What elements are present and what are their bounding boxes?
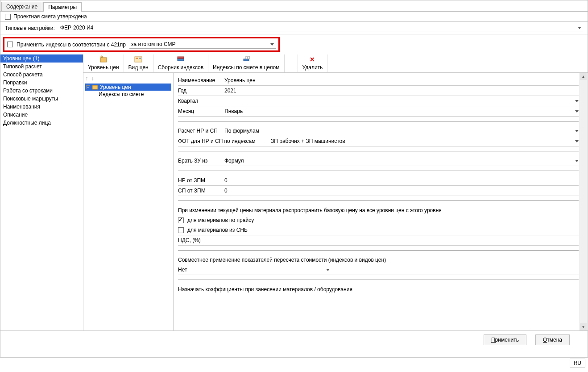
name-label: Наименование <box>178 77 221 84</box>
sp-label: СП от ЗПМ <box>178 188 221 194</box>
collapse-icon[interactable]: − <box>86 85 90 89</box>
quarter-combo[interactable] <box>224 100 579 102</box>
tb-level-label: Уровень цен <box>88 64 119 71</box>
tb-indices-label: Индексы по смете в целом <box>213 64 279 71</box>
apply-button[interactable]: Применить <box>484 334 526 345</box>
svg-text:Σ: Σ <box>247 56 248 59</box>
joint-label: Совместное применение показателей пересч… <box>178 257 386 263</box>
calc-label: Расчет НР и СП <box>178 128 221 134</box>
chevron-down-icon <box>575 140 579 142</box>
svg-rect-0 <box>100 58 107 62</box>
sidebar-item-search[interactable]: Поисковые маршруты <box>0 95 83 103</box>
preset-combo[interactable]: ФЕР-2020 И4 <box>58 24 583 32</box>
cancel-button[interactable]: Отмена <box>535 334 570 345</box>
svg-rect-7 <box>244 59 249 61</box>
scroll-down-icon[interactable]: ▼ <box>580 323 587 330</box>
tb-level[interactable]: Уровень цен <box>83 54 124 72</box>
delete-icon: ✕ <box>302 55 323 63</box>
collection-icon <box>158 55 203 63</box>
chevron-down-icon <box>575 130 579 132</box>
toolbar: Уровень цен Вид цен Сборник индексов Σ И… <box>83 54 588 73</box>
tb-view-label: Вид цен <box>128 64 149 71</box>
chevron-down-icon <box>575 110 579 113</box>
calc-combo[interactable]: По формулам <box>224 128 579 134</box>
preset-value: ФЕР-2020 И4 <box>60 25 93 31</box>
view-icon <box>128 55 149 63</box>
status-bar: RU <box>0 357 588 368</box>
mat-price-checkbox[interactable] <box>178 217 184 223</box>
apply-indices-label: Применять индексы в соответствии с 421пр <box>17 42 126 48</box>
sidebar-item-officials[interactable]: Должностные лица <box>0 119 83 127</box>
svg-rect-10 <box>92 85 98 89</box>
chevron-down-icon <box>326 269 330 271</box>
tree-pane: ↑ ↓ − Уровень цен Индексы по смете <box>83 73 174 330</box>
apply-indices-checkbox[interactable] <box>7 42 13 47</box>
tb-indices[interactable]: Σ Индексы по смете в целом <box>208 54 284 72</box>
fot-label: ФОТ для НР и СП по индексам <box>178 138 267 144</box>
sidebar-item-corrections[interactable]: Поправки <box>0 79 83 87</box>
sidebar-item-names[interactable]: Наименования <box>0 103 83 111</box>
scroll-up-icon[interactable]: ▲ <box>580 73 587 80</box>
svg-rect-4 <box>139 58 141 59</box>
month-label: Месяц <box>178 108 221 114</box>
quarter-label: Квартал <box>178 98 221 104</box>
tree-root[interactable]: − Уровень цен <box>85 84 171 91</box>
arrow-down-icon[interactable]: ↓ <box>91 75 94 82</box>
tb-view[interactable]: Вид цен <box>124 54 153 72</box>
arrow-up-icon[interactable]: ↑ <box>85 75 88 82</box>
chevron-down-icon <box>270 43 274 46</box>
svg-point-1 <box>101 56 103 58</box>
lang-indicator[interactable]: RU <box>570 359 585 368</box>
year-label: Год <box>178 88 221 94</box>
name-field[interactable]: Уровень цен <box>224 77 579 84</box>
tree-root-label: Уровень цен <box>100 84 131 90</box>
sidebar-item-rows[interactable]: Работа со строками <box>0 87 83 95</box>
indices-icon: Σ <box>213 55 279 63</box>
svg-rect-5 <box>178 59 184 61</box>
joint-combo[interactable]: Нет <box>178 267 330 273</box>
apply-indices-combo[interactable]: за итогом по СМР <box>129 40 276 49</box>
sp-field[interactable]: 0 <box>224 188 579 194</box>
sidebar: Уровни цен (1) Типовой расчет Способ рас… <box>0 54 83 330</box>
vertical-scrollbar[interactable]: ▲ ▼ <box>580 73 587 330</box>
mat-snb-checkbox[interactable] <box>178 227 184 233</box>
approved-checkbox[interactable] <box>5 14 11 20</box>
preset-label: Типовые настройки: <box>5 25 55 31</box>
sidebar-item-levels[interactable]: Уровни цен (1) <box>0 54 83 63</box>
tb-collection-label: Сборник индексов <box>158 64 203 71</box>
approved-label: Проектная смета утверждена <box>13 13 87 20</box>
folder-icon <box>92 84 98 90</box>
nr-field[interactable]: 0 <box>224 177 579 184</box>
form-pane: ▲ ▼ НаименованиеУровень цен Год2021 Квар… <box>174 73 588 330</box>
zu-label: Брать ЗУ из <box>178 158 221 164</box>
sidebar-item-typical[interactable]: Типовой расчет <box>0 63 83 71</box>
chevron-down-icon <box>578 27 581 29</box>
tab-content[interactable]: Содержание <box>1 2 42 11</box>
tb-delete[interactable]: ✕ Удалить <box>298 54 328 72</box>
svg-rect-3 <box>136 58 138 59</box>
nr-label: НР от ЗПМ <box>178 177 221 184</box>
svg-rect-6 <box>178 57 184 59</box>
apply-indices-value: за итогом по СМР <box>131 41 176 47</box>
apply-indices-group: Применять индексы в соответствии с 421пр… <box>3 37 280 52</box>
nds-label: НДС, (%) <box>178 237 221 243</box>
year-field[interactable]: 2021 <box>224 88 579 94</box>
svg-rect-2 <box>135 57 142 62</box>
tb-collection[interactable]: Сборник индексов <box>153 54 208 72</box>
chevron-down-icon <box>575 160 579 162</box>
assign-label: Назначать коэффициенты при занесении мат… <box>178 286 352 293</box>
chevron-down-icon <box>575 100 579 102</box>
level-icon <box>88 55 119 63</box>
top-tabs: Содержание Параметры <box>0 0 588 12</box>
mat-snb-label: для материалов из СНБ <box>187 227 248 233</box>
tab-params[interactable]: Параметры <box>43 2 82 12</box>
zu-combo[interactable]: Формул <box>224 158 579 164</box>
month-combo[interactable]: Январь <box>224 108 579 114</box>
tree-child-label: Индексы по смете <box>99 91 144 97</box>
mat-price-label: для материалов по прайсу <box>187 217 254 223</box>
tree-child[interactable]: Индексы по смете <box>98 91 171 98</box>
sidebar-item-desc[interactable]: Описание <box>0 111 83 119</box>
fot-combo[interactable]: ЗП рабочих + ЗП машинистов <box>271 138 579 144</box>
spread-label: При изменении текущей цены материала рас… <box>178 207 442 213</box>
sidebar-item-method[interactable]: Способ расчета <box>0 71 83 79</box>
